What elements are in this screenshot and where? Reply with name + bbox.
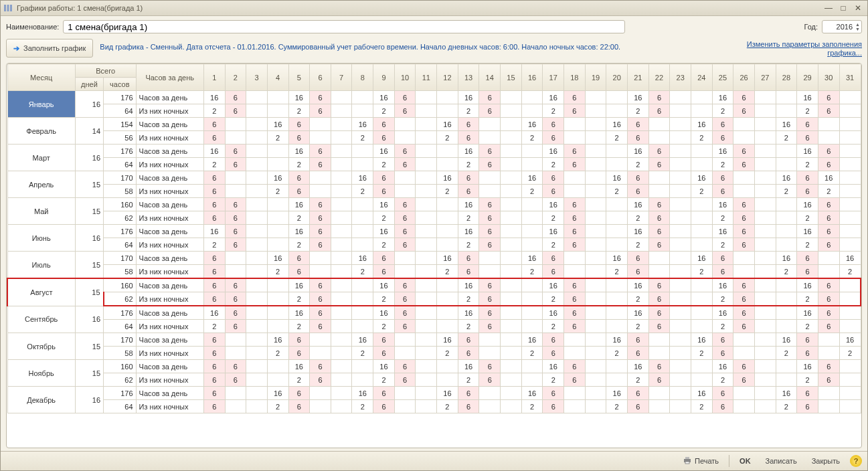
cell[interactable]: 6 [648, 292, 670, 306]
fill-schedule-button[interactable]: ➔ Заполнить график [6, 39, 93, 58]
cell[interactable] [331, 185, 352, 198]
cell[interactable] [331, 320, 352, 333]
cell[interactable]: 6 [394, 292, 416, 306]
cell[interactable] [246, 347, 268, 360]
col-day-23[interactable]: 23 [670, 64, 691, 91]
cell[interactable] [416, 225, 437, 238]
cell[interactable] [479, 333, 501, 347]
cell[interactable]: 6 [733, 292, 755, 306]
cell[interactable]: 6 [479, 306, 501, 320]
cell[interactable]: 16 [839, 252, 861, 265]
cell[interactable]: 16 [712, 145, 733, 158]
cell[interactable]: 2 [543, 238, 564, 252]
cell[interactable]: 6 [564, 104, 586, 118]
cell[interactable]: 6 [373, 347, 395, 360]
cell[interactable]: 2 [818, 185, 839, 198]
cell[interactable]: 2 [776, 347, 797, 360]
cell[interactable] [394, 400, 416, 413]
cell[interactable]: 6 [310, 292, 331, 306]
cell[interactable]: 6 [733, 278, 755, 292]
cell[interactable]: 6 [373, 400, 395, 413]
cell[interactable]: 6 [733, 198, 755, 211]
cell[interactable]: 6 [479, 104, 501, 118]
cell[interactable] [733, 118, 755, 131]
cell[interactable]: 2 [437, 347, 458, 360]
cell[interactable]: 6 [310, 373, 331, 387]
cell[interactable] [585, 333, 606, 347]
cell[interactable]: 6 [628, 265, 649, 279]
cell[interactable] [776, 306, 797, 320]
cell[interactable]: 16 [352, 118, 373, 131]
cell[interactable]: 6 [733, 238, 755, 252]
cell[interactable] [776, 238, 797, 252]
cell[interactable]: 16 [797, 225, 818, 238]
cell[interactable]: 2 [521, 265, 543, 279]
cell[interactable] [521, 91, 543, 104]
cell[interactable]: 16 [691, 171, 712, 185]
month-Декабрь[interactable]: Декабрь [7, 387, 75, 413]
cell[interactable]: 6 [288, 171, 310, 185]
col-day-21[interactable]: 21 [628, 64, 649, 91]
cell[interactable]: 6 [394, 373, 416, 387]
cell[interactable]: 16 [373, 306, 395, 320]
col-hours[interactable]: часов [104, 78, 137, 91]
cell[interactable]: 2 [797, 238, 818, 252]
cell[interactable]: 6 [733, 158, 755, 171]
cell[interactable] [670, 252, 691, 265]
cell[interactable] [585, 347, 606, 360]
cell[interactable] [521, 238, 543, 252]
cell[interactable]: 16 [712, 306, 733, 320]
cell[interactable] [670, 171, 691, 185]
cell[interactable]: 2 [288, 104, 310, 118]
cell[interactable] [585, 360, 606, 373]
cell[interactable]: 6 [818, 211, 839, 225]
cell[interactable]: 6 [564, 373, 586, 387]
cell[interactable] [267, 104, 288, 118]
cell[interactable] [501, 211, 522, 225]
cell[interactable] [754, 198, 776, 211]
cell[interactable]: 16 [818, 171, 839, 185]
cell[interactable] [246, 373, 268, 387]
cell[interactable] [585, 91, 606, 104]
cell[interactable] [416, 387, 437, 400]
cell[interactable] [501, 171, 522, 185]
cell[interactable] [585, 104, 606, 118]
cell[interactable] [585, 131, 606, 145]
cell[interactable] [818, 400, 839, 413]
month-Октябрь[interactable]: Октябрь [7, 333, 75, 360]
cell[interactable] [352, 91, 373, 104]
cell[interactable]: 16 [712, 360, 733, 373]
cell[interactable]: 6 [288, 347, 310, 360]
cell[interactable]: 6 [458, 265, 479, 279]
cell[interactable]: 2 [628, 104, 649, 118]
cell[interactable]: 6 [288, 185, 310, 198]
cell[interactable]: 6 [225, 104, 246, 118]
cell[interactable] [437, 292, 458, 306]
cell[interactable] [839, 238, 861, 252]
cell[interactable] [606, 145, 628, 158]
cell[interactable] [331, 225, 352, 238]
cell[interactable] [670, 387, 691, 400]
cell[interactable]: 6 [818, 238, 839, 252]
cell[interactable]: 2 [797, 292, 818, 306]
cell[interactable]: 6 [479, 198, 501, 211]
cell[interactable] [416, 171, 437, 185]
cell[interactable] [352, 360, 373, 373]
cell[interactable]: 2 [628, 158, 649, 171]
cell[interactable] [691, 278, 712, 292]
cell[interactable]: 16 [352, 387, 373, 400]
cell[interactable] [416, 131, 437, 145]
cell[interactable] [754, 306, 776, 320]
cell[interactable] [437, 306, 458, 320]
cell[interactable] [585, 185, 606, 198]
month-Февраль[interactable]: Февраль [7, 118, 75, 145]
cell[interactable]: 2 [458, 373, 479, 387]
cell[interactable] [479, 400, 501, 413]
cell[interactable] [670, 238, 691, 252]
cell[interactable]: 6 [628, 347, 649, 360]
col-day-5[interactable]: 5 [288, 64, 310, 91]
cell[interactable]: 2 [373, 320, 395, 333]
cell[interactable] [776, 225, 797, 238]
cell[interactable] [394, 347, 416, 360]
cell[interactable] [521, 211, 543, 225]
